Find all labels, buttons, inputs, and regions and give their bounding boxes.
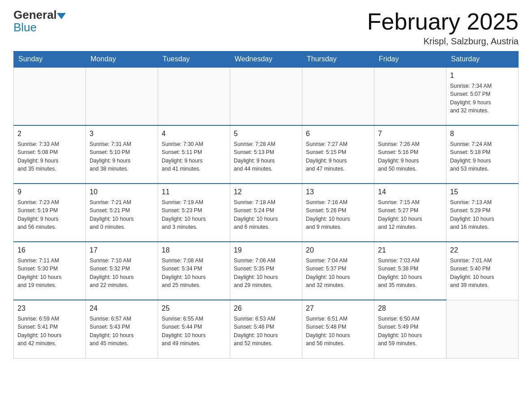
weekday-header-thursday: Thursday (302, 51, 374, 68)
day-info: Sunrise: 6:55 AM Sunset: 5:44 PM Dayligh… (162, 315, 226, 347)
calendar-cell: 14Sunrise: 7:15 AM Sunset: 5:27 PM Dayli… (374, 184, 446, 242)
day-number: 21 (378, 245, 442, 256)
calendar-cell: 4Sunrise: 7:30 AM Sunset: 5:11 PM Daylig… (158, 125, 230, 184)
calendar-title: February 2025 (367, 9, 519, 34)
day-info: Sunrise: 7:15 AM Sunset: 5:27 PM Dayligh… (378, 198, 442, 231)
weekday-header-monday: Monday (86, 51, 158, 68)
day-info: Sunrise: 7:33 AM Sunset: 5:08 PM Dayligh… (17, 140, 82, 173)
day-number: 10 (90, 187, 154, 197)
week-row-5: 23Sunrise: 6:59 AM Sunset: 5:41 PM Dayli… (14, 300, 519, 358)
calendar-cell: 28Sunrise: 6:50 AM Sunset: 5:49 PM Dayli… (374, 300, 446, 358)
calendar-cell: 3Sunrise: 7:31 AM Sunset: 5:10 PM Daylig… (86, 125, 158, 184)
day-info: Sunrise: 7:27 AM Sunset: 5:15 PM Dayligh… (306, 140, 370, 173)
day-info: Sunrise: 7:21 AM Sunset: 5:21 PM Dayligh… (90, 198, 154, 231)
weekday-header-sunday: Sunday (14, 51, 86, 68)
day-number: 11 (162, 187, 226, 197)
logo-blue-text: Blue (13, 21, 37, 34)
day-info: Sunrise: 7:31 AM Sunset: 5:10 PM Dayligh… (90, 140, 154, 173)
calendar-cell (86, 67, 158, 125)
week-row-1: 1Sunrise: 7:34 AM Sunset: 5:07 PM Daylig… (14, 67, 519, 125)
day-number: 1 (450, 70, 515, 81)
day-number: 5 (234, 128, 298, 139)
day-info: Sunrise: 7:10 AM Sunset: 5:32 PM Dayligh… (90, 257, 154, 289)
day-info: Sunrise: 7:11 AM Sunset: 5:30 PM Dayligh… (17, 257, 82, 289)
calendar-cell (158, 67, 230, 125)
day-number: 26 (234, 303, 298, 314)
day-info: Sunrise: 7:24 AM Sunset: 5:18 PM Dayligh… (450, 140, 515, 173)
day-info: Sunrise: 7:16 AM Sunset: 5:26 PM Dayligh… (306, 198, 370, 231)
page-header: General Blue February 2025 Krispl, Salzb… (13, 9, 519, 47)
day-number: 20 (306, 245, 370, 256)
day-number: 13 (306, 187, 370, 197)
calendar-cell: 2Sunrise: 7:33 AM Sunset: 5:08 PM Daylig… (14, 125, 86, 184)
day-number: 14 (378, 187, 442, 197)
calendar-cell: 15Sunrise: 7:13 AM Sunset: 5:29 PM Dayli… (446, 184, 519, 242)
week-row-4: 16Sunrise: 7:11 AM Sunset: 5:30 PM Dayli… (14, 242, 519, 300)
logo: General Blue (13, 9, 67, 34)
calendar-cell (14, 67, 86, 125)
calendar-subtitle: Krispl, Salzburg, Austria (367, 36, 519, 47)
day-info: Sunrise: 7:01 AM Sunset: 5:40 PM Dayligh… (450, 257, 515, 289)
day-number: 25 (162, 303, 226, 314)
day-info: Sunrise: 7:06 AM Sunset: 5:35 PM Dayligh… (234, 257, 298, 289)
day-info: Sunrise: 6:57 AM Sunset: 5:43 PM Dayligh… (90, 315, 154, 347)
day-info: Sunrise: 6:59 AM Sunset: 5:41 PM Dayligh… (17, 315, 82, 347)
day-number: 4 (162, 128, 226, 139)
calendar-cell: 5Sunrise: 7:28 AM Sunset: 5:13 PM Daylig… (230, 125, 302, 184)
calendar-cell (230, 67, 302, 125)
day-number: 18 (162, 245, 226, 256)
calendar-cell: 1Sunrise: 7:34 AM Sunset: 5:07 PM Daylig… (446, 67, 519, 125)
day-info: Sunrise: 7:28 AM Sunset: 5:13 PM Dayligh… (234, 140, 298, 173)
weekday-header-friday: Friday (374, 51, 446, 68)
calendar-table: SundayMondayTuesdayWednesdayThursdayFrid… (13, 51, 519, 359)
day-info: Sunrise: 7:30 AM Sunset: 5:11 PM Dayligh… (162, 140, 226, 173)
week-row-3: 9Sunrise: 7:23 AM Sunset: 5:19 PM Daylig… (14, 184, 519, 242)
day-info: Sunrise: 7:13 AM Sunset: 5:29 PM Dayligh… (450, 198, 515, 231)
day-number: 3 (90, 128, 154, 139)
day-info: Sunrise: 7:04 AM Sunset: 5:37 PM Dayligh… (306, 257, 370, 289)
day-number: 24 (90, 303, 154, 314)
calendar-cell: 18Sunrise: 7:08 AM Sunset: 5:34 PM Dayli… (158, 242, 230, 300)
weekday-header-row: SundayMondayTuesdayWednesdayThursdayFrid… (14, 51, 519, 68)
day-info: Sunrise: 6:53 AM Sunset: 5:46 PM Dayligh… (234, 315, 298, 347)
day-number: 27 (306, 303, 370, 314)
day-number: 15 (450, 187, 515, 197)
day-number: 22 (450, 245, 515, 256)
day-number: 19 (234, 245, 298, 256)
day-number: 6 (306, 128, 370, 139)
calendar-cell: 12Sunrise: 7:18 AM Sunset: 5:24 PM Dayli… (230, 184, 302, 242)
weekday-header-tuesday: Tuesday (158, 51, 230, 68)
day-number: 16 (17, 245, 82, 256)
calendar-cell: 10Sunrise: 7:21 AM Sunset: 5:21 PM Dayli… (86, 184, 158, 242)
calendar-cell: 6Sunrise: 7:27 AM Sunset: 5:15 PM Daylig… (302, 125, 374, 184)
calendar-cell: 20Sunrise: 7:04 AM Sunset: 5:37 PM Dayli… (302, 242, 374, 300)
calendar-cell: 27Sunrise: 6:51 AM Sunset: 5:48 PM Dayli… (302, 300, 374, 358)
weekday-header-wednesday: Wednesday (230, 51, 302, 68)
calendar-cell (302, 67, 374, 125)
calendar-cell: 23Sunrise: 6:59 AM Sunset: 5:41 PM Dayli… (14, 300, 86, 358)
day-number: 23 (17, 303, 82, 314)
day-info: Sunrise: 6:50 AM Sunset: 5:49 PM Dayligh… (378, 315, 442, 347)
day-info: Sunrise: 7:19 AM Sunset: 5:23 PM Dayligh… (162, 198, 226, 231)
calendar-cell (446, 300, 519, 358)
title-block: February 2025 Krispl, Salzburg, Austria (367, 9, 519, 47)
calendar-cell: 9Sunrise: 7:23 AM Sunset: 5:19 PM Daylig… (14, 184, 86, 242)
day-number: 7 (378, 128, 442, 139)
calendar-cell: 8Sunrise: 7:24 AM Sunset: 5:18 PM Daylig… (446, 125, 519, 184)
day-info: Sunrise: 7:34 AM Sunset: 5:07 PM Dayligh… (450, 82, 515, 115)
day-info: Sunrise: 7:08 AM Sunset: 5:34 PM Dayligh… (162, 257, 226, 289)
logo-triangle-icon (57, 13, 66, 19)
day-info: Sunrise: 7:03 AM Sunset: 5:38 PM Dayligh… (378, 257, 442, 289)
weekday-header-saturday: Saturday (446, 51, 519, 68)
calendar-cell: 17Sunrise: 7:10 AM Sunset: 5:32 PM Dayli… (86, 242, 158, 300)
calendar-cell: 13Sunrise: 7:16 AM Sunset: 5:26 PM Dayli… (302, 184, 374, 242)
day-number: 12 (234, 187, 298, 197)
calendar-cell (374, 67, 446, 125)
week-row-2: 2Sunrise: 7:33 AM Sunset: 5:08 PM Daylig… (14, 125, 519, 184)
day-info: Sunrise: 7:18 AM Sunset: 5:24 PM Dayligh… (234, 198, 298, 231)
calendar-cell: 7Sunrise: 7:26 AM Sunset: 5:16 PM Daylig… (374, 125, 446, 184)
calendar-cell: 26Sunrise: 6:53 AM Sunset: 5:46 PM Dayli… (230, 300, 302, 358)
day-info: Sunrise: 6:51 AM Sunset: 5:48 PM Dayligh… (306, 315, 370, 347)
logo-general-text: General (13, 9, 57, 21)
calendar-cell: 11Sunrise: 7:19 AM Sunset: 5:23 PM Dayli… (158, 184, 230, 242)
